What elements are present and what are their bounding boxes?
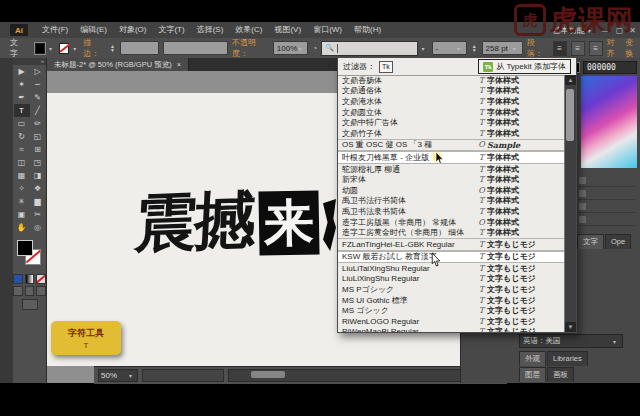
tab-close-icon[interactable]: × bbox=[177, 60, 181, 69]
font-row[interactable]: MS UI Gothic 標準T文字もじモジ bbox=[338, 295, 565, 306]
add-from-typekit-button[interactable]: Tk 从 Typekit 添加字体 bbox=[478, 59, 571, 74]
eyedropper-tool[interactable]: ✧ bbox=[14, 182, 30, 195]
pencil-tool[interactable]: ✏ bbox=[30, 117, 46, 130]
fill-color-swatch[interactable] bbox=[35, 43, 45, 54]
menu-effect[interactable]: 效果(C) bbox=[229, 22, 268, 38]
language-dropdown[interactable]: 英语：美国 ▾ bbox=[519, 334, 623, 348]
scrollbar-thumb[interactable] bbox=[566, 89, 574, 141]
align-right-button[interactable]: ≡ bbox=[589, 41, 603, 56]
opacity-label[interactable]: 不透明度： bbox=[232, 37, 269, 59]
typekit-filter-toggle[interactable]: Tk bbox=[379, 61, 393, 73]
font-row[interactable]: 文鼎圆立体T字体样式 bbox=[338, 107, 565, 118]
menu-help[interactable]: 帮助(H) bbox=[348, 22, 387, 38]
font-style-dropdown[interactable]: - ▾ bbox=[432, 41, 468, 55]
zoom-tool[interactable]: ◎ bbox=[30, 221, 46, 234]
menu-select[interactable]: 选择(S) bbox=[191, 22, 230, 38]
font-row-hovered[interactable]: KSW 般若お試し 教育漢字T文字もじモジ bbox=[338, 251, 565, 264]
tab-layers[interactable]: 图层 bbox=[519, 367, 546, 382]
blend-tool[interactable]: ❖ bbox=[30, 182, 46, 195]
variable-width-profile-dropdown[interactable] bbox=[163, 41, 228, 55]
font-row[interactable]: 禹卫书法隶书简体T字体样式 bbox=[338, 206, 565, 217]
stroke-color-swatch[interactable] bbox=[59, 43, 69, 54]
font-row[interactable]: 造字工房版黑（非商用） 常规体O字体样式 bbox=[338, 217, 565, 228]
paintbrush-tool[interactable]: ✎ bbox=[30, 91, 46, 104]
artboard-tool[interactable]: ▣ bbox=[14, 208, 30, 221]
menu-edit[interactable]: 编辑(E) bbox=[74, 22, 113, 38]
color-button[interactable] bbox=[13, 274, 23, 284]
font-size-dropdown[interactable]: 258 pt ▾ bbox=[482, 41, 523, 55]
column-graph-tool[interactable]: ▆ bbox=[30, 195, 46, 208]
font-row[interactable]: MS PゴシックT文字もじモジ bbox=[338, 284, 565, 295]
rotate-tool[interactable]: ↻ bbox=[14, 130, 30, 143]
screen-mode-button[interactable] bbox=[22, 299, 38, 310]
workspace-switcher[interactable]: 基本功能 ▾ bbox=[553, 25, 594, 36]
font-row[interactable]: 文鼎竹子体T字体样式 bbox=[338, 128, 565, 140]
tab-character[interactable]: 文字 bbox=[577, 234, 604, 249]
font-row-selected[interactable]: 叶根友刀锋黑草 - 企业版T字体样式 bbox=[338, 151, 565, 164]
font-row[interactable]: 新宋体T字体样式 bbox=[338, 174, 565, 185]
direct-selection-tool[interactable]: ▷ bbox=[30, 65, 46, 78]
width-tool[interactable]: ≈ bbox=[14, 143, 30, 156]
stroke-dropdown-icon[interactable]: ▾ bbox=[73, 45, 76, 52]
menu-object[interactable]: 对象(O) bbox=[113, 22, 153, 38]
shape-builder-tool[interactable]: ◫ bbox=[14, 156, 30, 169]
font-row[interactable]: 幼圆O字体样式 bbox=[338, 185, 565, 196]
stroke-stepper[interactable]: ▲▼ bbox=[109, 42, 115, 54]
font-row[interactable]: 鸵源楷礼厚 柳通T字体样式 bbox=[338, 164, 565, 175]
scroll-down-icon[interactable]: ▼ bbox=[565, 322, 576, 332]
style-icon[interactable]: ◔ bbox=[312, 44, 317, 53]
menu-type[interactable]: 文字(T) bbox=[152, 22, 190, 38]
font-row[interactable]: RiWenLOGO RegularT文字もじモジ bbox=[338, 316, 565, 327]
font-row[interactable]: LiuLiXingShu RegularT文字もじモジ bbox=[338, 274, 565, 285]
close-button[interactable]: ✕ bbox=[629, 26, 636, 35]
tab-libraries[interactable]: Libraries bbox=[547, 351, 588, 366]
panel-row[interactable] bbox=[576, 213, 636, 226]
selection-tool[interactable]: ▶ bbox=[14, 65, 30, 78]
tab-opentype[interactable]: Ope bbox=[605, 234, 631, 249]
font-search-input[interactable]: 🔍 bbox=[321, 41, 417, 56]
font-list-dropdown-icon[interactable]: ▾ bbox=[422, 45, 425, 52]
font-row[interactable]: 文鼎通俗体T字体样式 bbox=[338, 86, 565, 97]
line-segment-tool[interactable]: ╱ bbox=[30, 104, 46, 117]
transform-link[interactable]: 变换 bbox=[625, 37, 640, 59]
paragraph-label[interactable]: 段落： bbox=[527, 37, 549, 59]
font-size-stepper[interactable]: ▲▼ bbox=[471, 42, 477, 54]
draw-normal-button[interactable] bbox=[13, 286, 23, 296]
app-logo-icon[interactable]: Ai bbox=[10, 24, 28, 36]
pen-tool[interactable]: ✒ bbox=[14, 91, 30, 104]
draw-inside-button[interactable] bbox=[36, 286, 46, 296]
stroke-weight-dropdown[interactable] bbox=[120, 41, 159, 55]
font-row[interactable]: LiuLiTaiXingShu RegularT文字もじモジ bbox=[338, 263, 565, 274]
collapse-panel-icon[interactable]: « bbox=[13, 58, 46, 65]
none-button[interactable] bbox=[36, 274, 46, 284]
panel-row[interactable] bbox=[576, 174, 636, 187]
font-row[interactable]: 造字工房黄金时代（非商用） 细体T字体样式 bbox=[338, 227, 565, 239]
tab-artboards[interactable]: 画板 bbox=[547, 367, 574, 382]
calligraphy-artwork[interactable]: 震撼 来 bbox=[135, 191, 336, 255]
panel-row[interactable] bbox=[576, 187, 636, 200]
font-row[interactable]: 文鼎香肠体T字体样式 bbox=[338, 75, 565, 86]
font-row[interactable]: 禹卫书法行书简体T字体样式 bbox=[338, 196, 565, 207]
color-spectrum[interactable] bbox=[581, 76, 637, 168]
scroll-up-icon[interactable]: ▲ bbox=[565, 75, 576, 85]
fill-dropdown-icon[interactable]: ▾ bbox=[49, 45, 52, 52]
tab-appearance[interactable]: 外观 bbox=[519, 351, 546, 366]
rectangle-tool[interactable]: ▭ bbox=[14, 117, 30, 130]
mesh-tool[interactable]: ▦ bbox=[14, 169, 30, 182]
font-row[interactable]: RiWenMaoBi RegularT文字もじモジ bbox=[338, 327, 565, 332]
type-tool[interactable]: T bbox=[14, 104, 30, 117]
gradient-button[interactable] bbox=[25, 274, 35, 284]
font-row[interactable]: 文鼎淹水体T字体样式 bbox=[338, 96, 565, 107]
font-row[interactable]: FZLanTingHei-EL-GBK RegularT文字もじモジ bbox=[338, 239, 565, 251]
minimize-button[interactable]: — bbox=[602, 26, 610, 35]
align-link[interactable]: 对齐 bbox=[607, 37, 622, 59]
hex-color-field[interactable]: 000000 bbox=[583, 61, 637, 74]
align-center-button[interactable]: ≡ bbox=[571, 41, 585, 56]
restore-button[interactable]: ▢ bbox=[616, 26, 624, 35]
perspective-grid-tool[interactable]: ◳ bbox=[30, 156, 46, 169]
zoom-level-dropdown[interactable]: 50% ▾ bbox=[98, 369, 138, 382]
slice-tool[interactable]: ✂ bbox=[30, 208, 46, 221]
hand-tool[interactable]: ✋ bbox=[14, 221, 30, 234]
document-tab[interactable]: 未标题-2* @ 50% (RGB/GPU 预览) × bbox=[47, 58, 189, 71]
lasso-tool[interactable]: ∽ bbox=[30, 78, 46, 91]
